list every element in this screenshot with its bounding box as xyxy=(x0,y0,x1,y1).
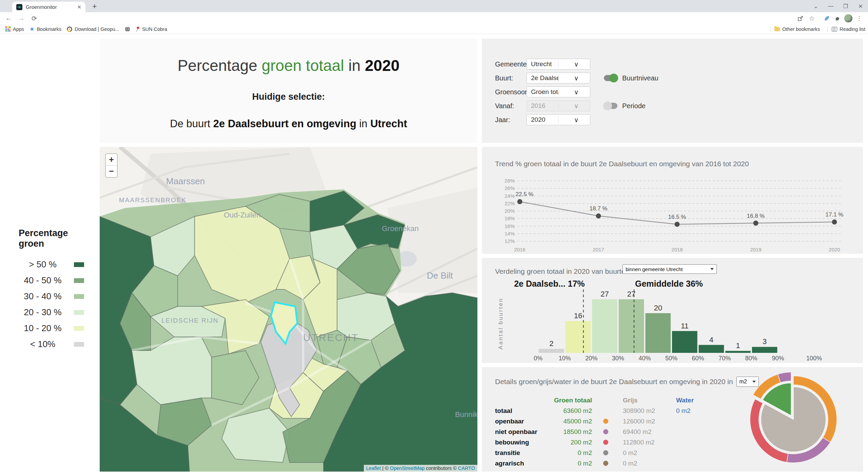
window-minimize-button[interactable]: — xyxy=(823,0,838,12)
svg-text:2016: 2016 xyxy=(514,247,525,252)
new-tab-button[interactable]: + xyxy=(90,2,100,12)
groensoort-select[interactable]: Groen totaal∨ xyxy=(527,87,590,97)
other-bookmarks[interactable]: Other bookmarks xyxy=(774,26,820,32)
svg-text:90%: 90% xyxy=(772,355,784,361)
gemeente-select[interactable]: Utrecht∨ xyxy=(527,59,590,70)
chevron-down-icon: ∨ xyxy=(558,74,590,82)
svg-text:2020: 2020 xyxy=(829,247,840,252)
svg-text:2019: 2019 xyxy=(750,247,761,252)
svg-text:22%: 22% xyxy=(505,201,515,206)
map-label-utrecht: UTRECHT xyxy=(303,332,359,343)
svg-text:20%: 20% xyxy=(505,208,515,214)
svg-text:17.1 %: 17.1 % xyxy=(826,211,844,218)
openbaar-dot-icon xyxy=(603,419,608,424)
bookmarks-bar: Apps ★ Bookmarks Download | Geopu... SUN… xyxy=(0,24,868,34)
map-label-maarssen: Maarssen xyxy=(166,176,205,186)
periode-toggle[interactable] xyxy=(604,103,617,109)
forward-button[interactable]: → xyxy=(16,14,26,23)
svg-text:2017: 2017 xyxy=(593,247,604,252)
scope-select[interactable]: binnen gemeente Utrecht xyxy=(623,264,717,274)
bookmark-apps[interactable]: Apps xyxy=(5,26,24,32)
control-row-buurt: Buurt: 2e Daalsebuurt en o...∨ Buurtnive… xyxy=(495,73,658,83)
svg-text:1: 1 xyxy=(736,341,740,350)
back-button[interactable]: ← xyxy=(3,14,14,23)
chevron-down-icon: ∨ xyxy=(558,88,590,96)
map-zoom-control: + − xyxy=(105,153,118,178)
bookmark-star-icon[interactable]: ☆ xyxy=(807,14,816,23)
tab-favicon-icon xyxy=(16,4,22,10)
extension-feather-icon[interactable] xyxy=(822,14,831,23)
buurtniveau-toggle[interactable] xyxy=(604,75,617,81)
svg-text:20: 20 xyxy=(654,304,662,312)
reading-list[interactable]: Reading list xyxy=(832,26,865,32)
svg-text:2e Daalseb... 17%: 2e Daalseb... 17% xyxy=(514,279,585,288)
reload-button[interactable]: ⟳ xyxy=(29,14,39,23)
details-row-agrarisch: agrarisch 0 m2 0 m2 xyxy=(495,458,727,469)
svg-text:16.8 %: 16.8 % xyxy=(747,213,765,219)
apps-grid-icon xyxy=(5,26,11,32)
buurt-select[interactable]: 2e Daalsebuurt en o...∨ xyxy=(527,73,590,83)
browser-tab[interactable]: Groenmonitor ✕ xyxy=(12,2,85,12)
bookmark-bookmarks[interactable]: ★ Bookmarks xyxy=(29,26,61,32)
vanaf-select-disabled: 2016∨ xyxy=(527,100,590,111)
jaar-select[interactable]: 2020∨ xyxy=(527,114,590,125)
trend-panel: Trend % groen totaal in de buurt 2e Daal… xyxy=(482,147,863,254)
divider xyxy=(770,26,770,32)
legend-item: > 50 % xyxy=(14,256,92,272)
svg-text:40%: 40% xyxy=(638,355,651,361)
svg-text:18.7 %: 18.7 % xyxy=(590,205,608,212)
profile-avatar[interactable] xyxy=(844,14,853,23)
legend-swatch xyxy=(74,294,84,299)
svg-text:3: 3 xyxy=(763,337,767,346)
controls-panel: Gemeente: Utrecht∨ Buurt: 2e Daalsebuurt… xyxy=(482,39,863,143)
menu-kebab-icon[interactable]: ⋮ xyxy=(854,14,864,23)
chevron-down-icon xyxy=(710,268,714,270)
leaflet-link[interactable]: Leaflet xyxy=(366,466,381,471)
svg-text:30%: 30% xyxy=(612,355,624,361)
tab-close-icon[interactable]: ✕ xyxy=(77,4,81,10)
divider xyxy=(827,26,828,32)
map-label-leidsche-rijn: LEIDSCHE RIJN xyxy=(161,317,219,324)
zoom-in-button[interactable]: + xyxy=(106,154,117,166)
extensions-puzzle-icon[interactable] xyxy=(833,14,842,23)
browser-toolbar: ← → ⟳ cas-platform.com/groengrijsmonitor… xyxy=(0,12,868,24)
agrarisch-dot-icon xyxy=(603,461,608,466)
legend-item: 20 - 30 % xyxy=(14,304,92,320)
svg-text:10%: 10% xyxy=(559,355,571,361)
svg-text:2018: 2018 xyxy=(671,247,683,252)
folder-icon xyxy=(774,27,780,31)
zoom-out-button[interactable]: − xyxy=(106,166,117,177)
svg-text:0%: 0% xyxy=(534,355,542,361)
map-label-oud-zuilen: Oud-Zuilen xyxy=(224,211,261,219)
details-row-transitie: transitie 0 m2 0 m2 xyxy=(495,448,727,458)
selection-text: De buurt 2e Daalsebuurt en omgeving in U… xyxy=(100,118,477,130)
legend-swatch xyxy=(74,326,84,331)
selection-label: Huidige selectie: xyxy=(100,92,477,102)
svg-text:60%: 60% xyxy=(692,355,704,361)
share-icon[interactable] xyxy=(795,14,805,23)
legend-swatch xyxy=(74,278,84,283)
osm-link[interactable]: OpenStreetMap xyxy=(390,466,425,471)
chevron-down-icon: ∨ xyxy=(558,102,590,110)
svg-text:16: 16 xyxy=(574,311,582,320)
window-maximize-button[interactable]: ❐ xyxy=(838,0,853,12)
bookmark-sun-cobra[interactable]: SUN Cobra xyxy=(136,26,167,32)
control-row-groensoort: Groensoort: Groen totaal∨ xyxy=(495,87,590,97)
page-title: Percentage groen totaal in 2020 xyxy=(100,56,477,75)
carto-link[interactable]: CARTO xyxy=(458,466,475,471)
distribution-bar-chart: 216272720114130%10%20%30%40%50%60%70%80%… xyxy=(482,277,863,361)
map-attribution: Leaflet | © OpenStreetMap contributors ©… xyxy=(364,465,477,472)
bookmark-download-geopu[interactable]: Download | Geopu... xyxy=(67,26,119,32)
details-title: Details groen/grijs/water in de buurt 2e… xyxy=(495,377,759,387)
pin-icon xyxy=(136,26,140,32)
map-legend: Percentage groen > 50 % 40 - 50 % 30 - 4… xyxy=(14,228,92,352)
window-close-button[interactable]: ✕ xyxy=(853,0,868,12)
map-label-groenekan: Groenekan xyxy=(382,224,419,233)
map-label-maarssenbroek: MAARSSENBROEK xyxy=(119,196,186,204)
legend-item: 40 - 50 % xyxy=(14,272,92,288)
bookmark-globe[interactable] xyxy=(125,26,130,32)
details-header-row: Groen totaal Grijs Water xyxy=(495,395,727,405)
map[interactable]: Maarssen MAARSSENBROEK Oud-Zuilen Groene… xyxy=(100,147,477,472)
svg-text:14%: 14% xyxy=(505,231,515,236)
tab-search-icon[interactable]: ⌄ xyxy=(808,0,823,12)
